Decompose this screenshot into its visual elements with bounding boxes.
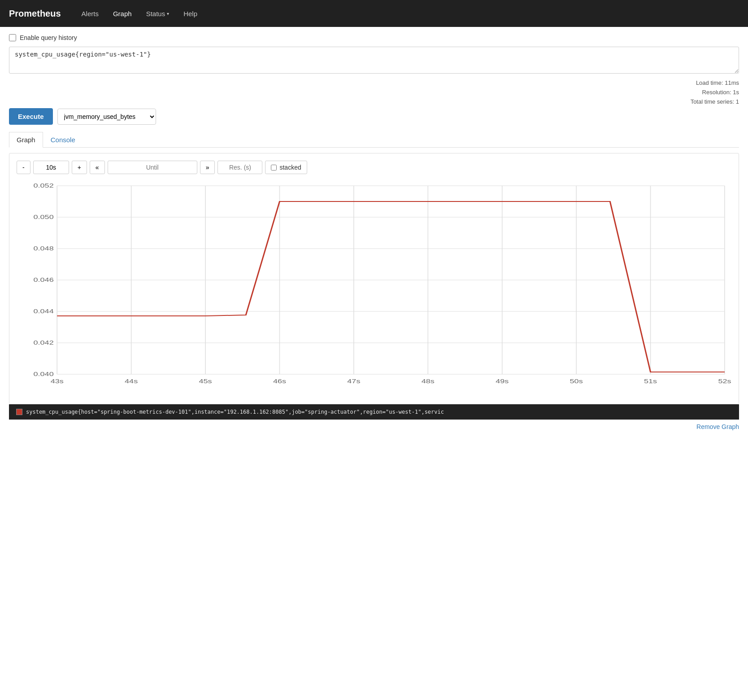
svg-text:50s: 50s <box>570 378 583 384</box>
svg-text:0.050: 0.050 <box>34 214 54 220</box>
chart-line <box>57 201 725 372</box>
svg-text:0.040: 0.040 <box>34 371 54 377</box>
execute-row: Execute jvm_memory_used_bytes <box>9 108 739 125</box>
until-input[interactable] <box>108 161 197 174</box>
legend-bar: system_cpu_usage{host="spring-boot-metri… <box>9 404 739 420</box>
nav-status[interactable]: Status ▾ <box>139 6 177 21</box>
duration-input[interactable]: 10s <box>33 161 69 174</box>
legend-color-box <box>16 409 22 415</box>
svg-text:0.042: 0.042 <box>34 340 54 346</box>
svg-text:0.052: 0.052 <box>34 183 54 188</box>
navbar: Prometheus Alerts Graph Status ▾ Help <box>0 0 748 27</box>
query-history-row: Enable query history <box>9 34 739 41</box>
rewind-button[interactable]: « <box>90 161 105 174</box>
svg-text:47s: 47s <box>347 378 360 384</box>
svg-text:0.044: 0.044 <box>34 308 54 314</box>
tab-console[interactable]: Console <box>43 132 83 148</box>
stacked-checkbox[interactable] <box>271 165 277 171</box>
nav-graph[interactable]: Graph <box>106 6 139 21</box>
svg-text:0.048: 0.048 <box>34 245 54 251</box>
svg-text:43s: 43s <box>51 378 64 384</box>
svg-text:51s: 51s <box>644 378 657 384</box>
query-history-label[interactable]: Enable query history <box>20 34 77 41</box>
svg-text:52s: 52s <box>718 378 731 384</box>
total-series-stat: Total time series: 1 <box>691 97 739 107</box>
remove-graph-link[interactable]: Remove Graph <box>696 423 739 430</box>
stacked-text: stacked <box>279 164 301 171</box>
stats-text: Load time: 11ms Resolution: 1s Total tim… <box>691 79 739 106</box>
zoom-in-button[interactable]: + <box>72 161 87 174</box>
execute-button[interactable]: Execute <box>9 108 53 125</box>
query-input[interactable] <box>9 47 739 74</box>
stacked-label[interactable]: stacked <box>265 161 307 174</box>
load-time-stat: Load time: 11ms <box>691 79 739 88</box>
svg-text:46s: 46s <box>273 378 286 384</box>
tabs-row: Graph Console <box>9 132 739 148</box>
resolution-stat: Resolution: 1s <box>691 88 739 97</box>
brand-link[interactable]: Prometheus <box>9 9 61 19</box>
metric-select[interactable]: jvm_memory_used_bytes <box>57 109 156 125</box>
svg-text:0.046: 0.046 <box>34 277 54 283</box>
stats-row: Load time: 11ms Resolution: 1s Total tim… <box>9 79 739 106</box>
remove-graph-row: Remove Graph <box>9 420 739 434</box>
nav-links: Alerts Graph Status ▾ Help <box>74 6 204 21</box>
svg-text:45s: 45s <box>199 378 212 384</box>
tab-graph[interactable]: Graph <box>9 132 43 148</box>
resolution-input[interactable] <box>217 161 262 174</box>
nav-status-label: Status <box>146 10 165 18</box>
forward-button[interactable]: » <box>200 161 215 174</box>
graph-container: - 10s + « » stacked <box>9 153 739 404</box>
query-history-checkbox[interactable] <box>9 34 16 41</box>
chart-area: 0.052 0.050 0.048 0.046 0.044 0.042 0.04… <box>17 181 731 397</box>
chart-svg: 0.052 0.050 0.048 0.046 0.044 0.042 0.04… <box>17 181 731 397</box>
nav-alerts[interactable]: Alerts <box>74 6 106 21</box>
svg-text:49s: 49s <box>496 378 509 384</box>
legend-text: system_cpu_usage{host="spring-boot-metri… <box>26 409 444 415</box>
svg-text:44s: 44s <box>125 378 138 384</box>
main-content: Enable query history Load time: 11ms Res… <box>0 27 748 441</box>
chevron-down-icon: ▾ <box>167 11 169 16</box>
zoom-out-button[interactable]: - <box>17 161 30 174</box>
nav-help[interactable]: Help <box>176 6 204 21</box>
svg-text:48s: 48s <box>422 378 435 384</box>
graph-controls: - 10s + « » stacked <box>17 161 731 174</box>
